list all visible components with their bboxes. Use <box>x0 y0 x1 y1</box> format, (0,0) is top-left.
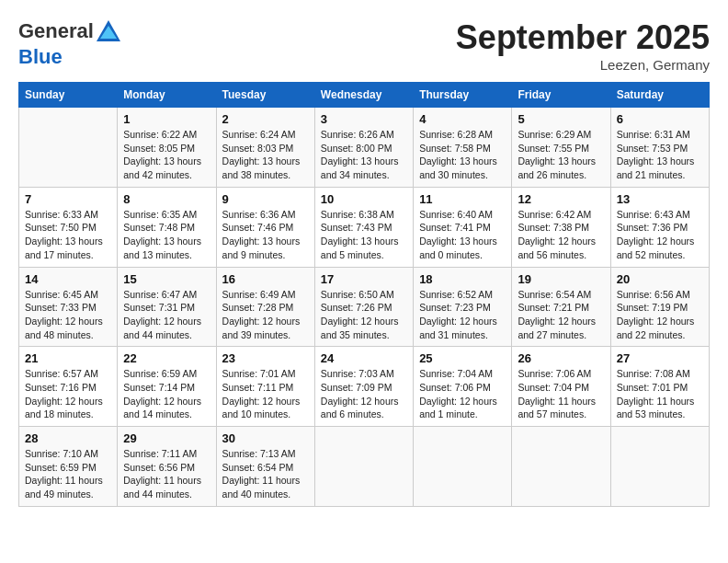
day-cell: 29Sunrise: 7:11 AMSunset: 6:56 PMDayligh… <box>118 427 216 507</box>
calendar-table: SundayMondayTuesdayWednesdayThursdayFrid… <box>18 82 710 507</box>
day-number: 15 <box>123 272 210 286</box>
day-info: Sunrise: 7:01 AMSunset: 7:11 PMDaylight:… <box>222 367 309 421</box>
column-header-saturday: Saturday <box>610 83 709 108</box>
week-row-4: 21Sunrise: 6:57 AMSunset: 7:16 PMDayligh… <box>19 347 710 427</box>
logo-text: GeneralBlue <box>18 18 123 68</box>
location: Leezen, Germany <box>456 57 710 73</box>
day-cell: 4Sunrise: 6:28 AMSunset: 7:58 PMDaylight… <box>414 108 512 188</box>
day-info: Sunrise: 6:28 AMSunset: 7:58 PMDaylight:… <box>419 128 506 182</box>
day-info: Sunrise: 6:35 AMSunset: 7:48 PMDaylight:… <box>123 208 210 262</box>
day-cell: 5Sunrise: 6:29 AMSunset: 7:55 PMDaylight… <box>512 108 610 188</box>
logo: GeneralBlue <box>18 18 123 68</box>
day-info: Sunrise: 7:08 AMSunset: 7:01 PMDaylight:… <box>617 367 703 421</box>
day-cell: 13Sunrise: 6:43 AMSunset: 7:36 PMDayligh… <box>610 187 709 267</box>
week-row-5: 28Sunrise: 7:10 AMSunset: 6:59 PMDayligh… <box>19 427 710 507</box>
day-cell: 18Sunrise: 6:52 AMSunset: 7:23 PMDayligh… <box>414 267 512 347</box>
day-number: 21 <box>25 351 111 365</box>
day-info: Sunrise: 6:43 AMSunset: 7:36 PMDaylight:… <box>617 208 703 262</box>
day-number: 27 <box>617 351 703 365</box>
day-number: 24 <box>321 351 407 365</box>
column-header-tuesday: Tuesday <box>216 83 314 108</box>
day-info: Sunrise: 6:22 AMSunset: 8:05 PMDaylight:… <box>123 128 210 182</box>
day-info: Sunrise: 6:33 AMSunset: 7:50 PMDaylight:… <box>25 208 111 262</box>
day-cell: 20Sunrise: 6:56 AMSunset: 7:19 PMDayligh… <box>610 267 709 347</box>
column-header-monday: Monday <box>118 83 216 108</box>
day-info: Sunrise: 6:24 AMSunset: 8:03 PMDaylight:… <box>222 128 309 182</box>
day-number: 26 <box>518 351 604 365</box>
day-number: 6 <box>617 112 703 126</box>
day-cell: 24Sunrise: 7:03 AMSunset: 7:09 PMDayligh… <box>314 347 413 427</box>
day-number: 14 <box>25 272 111 286</box>
day-cell <box>512 427 610 507</box>
day-number: 17 <box>321 272 407 286</box>
day-number: 2 <box>222 112 309 126</box>
day-info: Sunrise: 6:57 AMSunset: 7:16 PMDaylight:… <box>25 367 111 421</box>
day-cell <box>19 108 118 188</box>
column-header-sunday: Sunday <box>19 83 118 108</box>
day-info: Sunrise: 6:56 AMSunset: 7:19 PMDaylight:… <box>617 288 703 342</box>
day-number: 13 <box>617 192 703 206</box>
day-cell: 9Sunrise: 6:36 AMSunset: 7:46 PMDaylight… <box>216 187 314 267</box>
day-cell: 14Sunrise: 6:45 AMSunset: 7:33 PMDayligh… <box>19 267 118 347</box>
day-number: 5 <box>518 112 604 126</box>
title-block: September 2025 Leezen, Germany <box>456 18 710 73</box>
day-number: 29 <box>123 431 210 445</box>
day-info: Sunrise: 6:59 AMSunset: 7:14 PMDaylight:… <box>123 367 210 421</box>
day-cell <box>414 427 512 507</box>
day-cell: 19Sunrise: 6:54 AMSunset: 7:21 PMDayligh… <box>512 267 610 347</box>
day-number: 30 <box>222 431 309 445</box>
day-number: 16 <box>222 272 309 286</box>
day-cell: 21Sunrise: 6:57 AMSunset: 7:16 PMDayligh… <box>19 347 118 427</box>
day-cell <box>610 427 709 507</box>
day-cell: 27Sunrise: 7:08 AMSunset: 7:01 PMDayligh… <box>610 347 709 427</box>
day-cell: 11Sunrise: 6:40 AMSunset: 7:41 PMDayligh… <box>414 187 512 267</box>
day-info: Sunrise: 6:26 AMSunset: 8:00 PMDaylight:… <box>321 128 407 182</box>
day-number: 20 <box>617 272 703 286</box>
day-number: 18 <box>419 272 506 286</box>
day-info: Sunrise: 6:38 AMSunset: 7:43 PMDaylight:… <box>321 208 407 262</box>
day-info: Sunrise: 6:50 AMSunset: 7:26 PMDaylight:… <box>321 288 407 342</box>
day-cell: 17Sunrise: 6:50 AMSunset: 7:26 PMDayligh… <box>314 267 413 347</box>
day-number: 28 <box>25 431 111 445</box>
day-cell: 26Sunrise: 7:06 AMSunset: 7:04 PMDayligh… <box>512 347 610 427</box>
day-cell: 28Sunrise: 7:10 AMSunset: 6:59 PMDayligh… <box>19 427 118 507</box>
day-info: Sunrise: 7:06 AMSunset: 7:04 PMDaylight:… <box>518 367 604 421</box>
day-number: 19 <box>518 272 604 286</box>
column-header-thursday: Thursday <box>414 83 512 108</box>
day-cell: 7Sunrise: 6:33 AMSunset: 7:50 PMDaylight… <box>19 187 118 267</box>
day-cell: 2Sunrise: 6:24 AMSunset: 8:03 PMDaylight… <box>216 108 314 188</box>
day-info: Sunrise: 6:49 AMSunset: 7:28 PMDaylight:… <box>222 288 309 342</box>
calendar-body: 1Sunrise: 6:22 AMSunset: 8:05 PMDaylight… <box>19 108 710 507</box>
day-info: Sunrise: 6:29 AMSunset: 7:55 PMDaylight:… <box>518 128 604 182</box>
day-cell: 10Sunrise: 6:38 AMSunset: 7:43 PMDayligh… <box>314 187 413 267</box>
day-info: Sunrise: 7:10 AMSunset: 6:59 PMDaylight:… <box>25 447 111 501</box>
day-cell: 1Sunrise: 6:22 AMSunset: 8:05 PMDaylight… <box>118 108 216 188</box>
day-info: Sunrise: 6:47 AMSunset: 7:31 PMDaylight:… <box>123 288 210 342</box>
day-info: Sunrise: 6:36 AMSunset: 7:46 PMDaylight:… <box>222 208 309 262</box>
column-header-wednesday: Wednesday <box>314 83 413 108</box>
page-header: GeneralBlue September 2025 Leezen, Germa… <box>18 18 710 73</box>
day-cell: 8Sunrise: 6:35 AMSunset: 7:48 PMDaylight… <box>118 187 216 267</box>
day-info: Sunrise: 6:52 AMSunset: 7:23 PMDaylight:… <box>419 288 506 342</box>
logo-general: General <box>18 19 94 42</box>
day-cell: 16Sunrise: 6:49 AMSunset: 7:28 PMDayligh… <box>216 267 314 347</box>
day-number: 11 <box>419 192 506 206</box>
month-title: September 2025 <box>456 18 710 57</box>
day-number: 1 <box>123 112 210 126</box>
day-number: 8 <box>123 192 210 206</box>
day-info: Sunrise: 6:54 AMSunset: 7:21 PMDaylight:… <box>518 288 604 342</box>
day-cell <box>314 427 413 507</box>
week-row-3: 14Sunrise: 6:45 AMSunset: 7:33 PMDayligh… <box>19 267 710 347</box>
day-number: 7 <box>25 192 111 206</box>
day-info: Sunrise: 7:11 AMSunset: 6:56 PMDaylight:… <box>123 447 210 501</box>
day-info: Sunrise: 7:13 AMSunset: 6:54 PMDaylight:… <box>222 447 309 501</box>
day-number: 10 <box>321 192 407 206</box>
day-number: 3 <box>321 112 407 126</box>
day-number: 12 <box>518 192 604 206</box>
day-cell: 30Sunrise: 7:13 AMSunset: 6:54 PMDayligh… <box>216 427 314 507</box>
day-cell: 23Sunrise: 7:01 AMSunset: 7:11 PMDayligh… <box>216 347 314 427</box>
day-info: Sunrise: 7:04 AMSunset: 7:06 PMDaylight:… <box>419 367 506 421</box>
week-row-2: 7Sunrise: 6:33 AMSunset: 7:50 PMDaylight… <box>19 187 710 267</box>
day-number: 9 <box>222 192 309 206</box>
logo-blue: Blue <box>18 45 63 68</box>
